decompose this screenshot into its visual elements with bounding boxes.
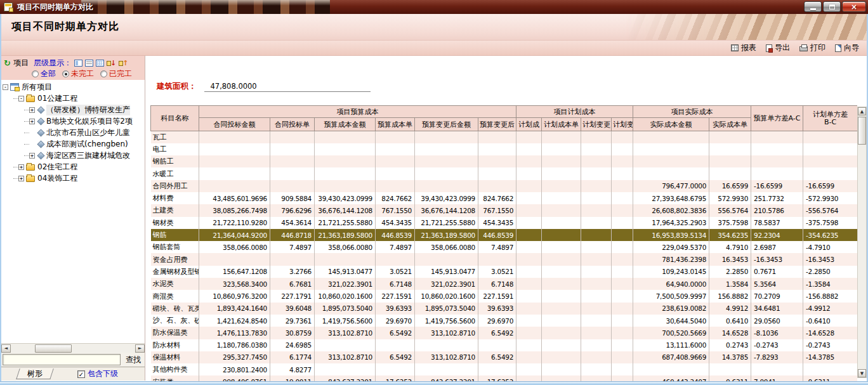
grid-view-icon[interactable] (96, 60, 104, 67)
value-cell: 21,363,189.5800 (315, 229, 376, 241)
value-cell (751, 143, 803, 155)
tree-item[interactable]: +海淀区西三旗建材城危改 (1, 150, 145, 161)
value-cell: 2.2850 (709, 266, 751, 278)
tree-item[interactable]: +04装饰工程 (1, 173, 145, 184)
expand-icon[interactable]: + (18, 176, 24, 181)
tree-item[interactable]: -所有项目 (1, 81, 145, 93)
tab-tree-view[interactable]: 树形 (16, 369, 54, 379)
card-view-icon[interactable] (74, 60, 82, 67)
table-vertical-scrollbar[interactable]: ▲ ▼ (857, 107, 867, 378)
value-cell: -16.3453 (803, 253, 857, 265)
building-area-value[interactable]: 47,808.0000 (204, 82, 371, 92)
table-row[interactable]: 钢筋21,364,044.9200446.871821,363,189.5800… (151, 229, 858, 241)
value-cell (270, 131, 315, 143)
value-cell (581, 192, 612, 204)
value-cell: -7.8293 (751, 351, 803, 363)
tree-item[interactable]: +B地块文化娱乐项目等2项 (1, 115, 145, 127)
radio-option-1[interactable]: 未完工 (62, 69, 94, 79)
export-button[interactable]: 导出 (766, 42, 790, 53)
expand-icon[interactable]: + (29, 153, 35, 159)
table-row[interactable]: 合同外用工796,477.000016.6599-16.6599-16.6599 (151, 180, 858, 192)
tree-item[interactable]: 北京市石景山区少年儿童 (1, 127, 145, 138)
value-cell (803, 131, 857, 143)
table-row[interactable]: 安装类998,406.076119.0011842,627.220117.625… (151, 375, 858, 381)
value-cell: 6.5492 (376, 351, 415, 363)
table-row[interactable]: 防水保温类1,476,113.783030.8759313,102.87106.… (151, 327, 858, 339)
tree-horizontal-scrollbar[interactable]: ◄ ► (1, 343, 145, 353)
radio-icon[interactable] (62, 70, 69, 77)
radio-icon[interactable] (100, 70, 107, 77)
expand-icon[interactable]: + (18, 164, 24, 170)
tree-item[interactable]: +（研发楼）博特研发生产 (1, 104, 145, 115)
table-row[interactable]: 水暖工 (151, 167, 858, 179)
tree-item[interactable]: +02住宅工程 (1, 161, 145, 173)
sort-ascending-icon[interactable]: ↑ (119, 59, 128, 67)
collapse-icon[interactable]: - (3, 84, 8, 90)
table-row[interactable]: 商混类10,860,976.3200227.179110,860,020.160… (151, 290, 858, 302)
scroll-left-icon[interactable]: ◄ (1, 344, 11, 353)
radio-option-2[interactable]: 已完工 (100, 69, 132, 79)
table-row[interactable]: 水泥类323,568.34006.7681321,022.39016.71483… (151, 278, 858, 290)
table-row[interactable]: 钢筋套筒358,066.00807.4897358,066.00807.4897… (151, 241, 858, 253)
sort-descending-icon[interactable]: ↓ (107, 59, 116, 67)
wizard-button[interactable]: 向导 (835, 42, 859, 53)
value-cell: 6.1774 (270, 351, 315, 363)
value-cell (478, 167, 516, 179)
detail-view-icon[interactable] (85, 60, 93, 67)
table-row[interactable]: 瓦工 (151, 131, 858, 143)
value-cell: 21,721,255.5880 (415, 217, 478, 229)
scroll-up-icon[interactable]: ▲ (858, 107, 866, 115)
scrollbar-track[interactable] (858, 145, 866, 369)
expand-icon[interactable]: + (29, 107, 35, 113)
table-row[interactable]: 电工 (151, 143, 858, 155)
expand-icon[interactable]: + (29, 119, 35, 124)
scrollbar-thumb[interactable] (858, 117, 866, 145)
subject-cell: 钢材类 (151, 217, 199, 229)
value-cell (542, 217, 581, 229)
find-input[interactable] (3, 354, 121, 365)
table-row[interactable]: 土建类38,085,266.7498796.629636,676,144.120… (151, 204, 858, 216)
value-cell (542, 155, 581, 167)
scroll-down-icon[interactable]: ▼ (858, 369, 866, 377)
print-button[interactable]: 打印 (799, 42, 825, 53)
project-tree: -所有项目-01公建工程+（研发楼）博特研发生产+B地块文化娱乐项目等2项北京市… (1, 80, 145, 343)
subject-cell: 钢筋套筒 (151, 241, 199, 253)
value-cell: 6.7681 (270, 278, 315, 290)
scroll-right-icon[interactable]: ► (135, 344, 145, 353)
value-cell: 767.1550 (376, 204, 415, 216)
table-row[interactable]: 防水材料1,180,786.038024.698513,111.60000.27… (151, 339, 858, 351)
table-row[interactable]: 钢材类21,722,110.9280454.361421,721,255.588… (151, 217, 858, 229)
value-cell: 0.6410 (709, 315, 751, 327)
include-sub-checkbox[interactable]: ✓ (77, 370, 85, 378)
maximize-button[interactable] (823, 1, 841, 12)
value-cell: -8.1036 (751, 327, 803, 339)
table-row[interactable]: 砌块、砖、瓦类1,893,424.164039.60481,895,073.50… (151, 303, 858, 315)
value-cell: 229,049.5370 (633, 241, 709, 253)
report-button[interactable]: 报表 (731, 42, 756, 53)
value-cell: 38,085,266.7498 (199, 204, 270, 216)
table-row[interactable]: 其他构件类230,801.24004.8277 (151, 363, 858, 375)
table-row[interactable]: 沙、石、灰、砂1,421,624.854029.73611,419,756.56… (151, 315, 858, 327)
refresh-icon[interactable]: ↻ (4, 59, 11, 67)
collapse-icon[interactable]: - (18, 96, 24, 101)
value-cell: 446.8539 (478, 229, 516, 241)
value-cell: 767.1550 (478, 204, 516, 216)
radio-option-0[interactable]: 全部 (32, 69, 56, 79)
value-cell: 687,408.9669 (633, 351, 709, 363)
table-row[interactable]: 资金占用费781,436.239816.3453-16.3453-16.3453 (151, 253, 858, 265)
find-button[interactable]: 查找 (123, 355, 143, 365)
table-row[interactable]: 钢筋工 (151, 155, 858, 167)
tree-item[interactable]: -01公建工程 (1, 93, 145, 104)
close-button[interactable]: × (842, 1, 866, 12)
value-cell (516, 155, 542, 167)
tree-item[interactable]: 成本部测试(chengben) (1, 138, 145, 150)
table-row[interactable]: 材料费43,485,601.9696909.588439,430,423.099… (151, 192, 858, 204)
table-row[interactable]: 金属钢材及型钢156,647.12083.2766145,913.04773.0… (151, 266, 858, 278)
value-cell (612, 266, 633, 278)
minimize-button[interactable] (804, 1, 822, 12)
radio-icon[interactable] (32, 70, 39, 77)
value-cell: 92.2304 (751, 229, 803, 241)
scrollbar-thumb[interactable] (35, 344, 72, 353)
table-row[interactable]: 保温材料295,327.74506.1774313,102.87106.5492… (151, 351, 858, 363)
report-icon (731, 44, 739, 51)
